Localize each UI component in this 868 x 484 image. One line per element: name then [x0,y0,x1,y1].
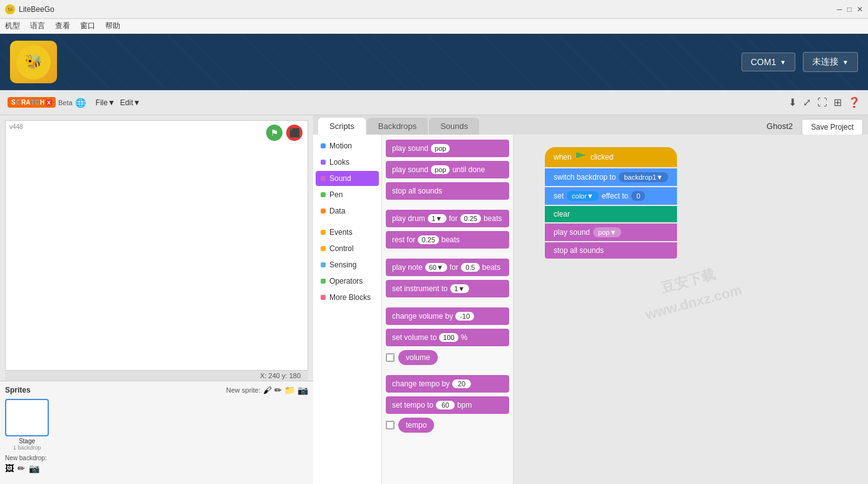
block-note-input2[interactable]: 0.5 [461,263,480,272]
tab-scripts[interactable]: Scripts [318,118,366,135]
script-block-when-clicked[interactable]: when clicked [545,147,677,167]
script-block-clear[interactable]: clear [545,206,677,222]
block-change-tempo[interactable]: change tempo by 20 [386,375,509,393]
layout-icon[interactable]: ⊞ [834,96,842,108]
category-sensing[interactable]: Sensing [316,257,379,272]
backdrop-paint-icon[interactable]: 🖼 [5,463,14,473]
block-tempo-set-input[interactable]: 60 [436,401,455,409]
menu-item-jixing[interactable]: 机型 [5,21,20,31]
port-selector[interactable]: COM1 ▼ [741,53,795,71]
stage-version-label: v448 [9,123,23,130]
block-instrument-input[interactable]: 1▼ [450,284,469,293]
block-set-volume[interactable]: set volume to 100 % [386,329,509,346]
menu-item-chuangkou[interactable]: 窗口 [80,21,95,31]
menu-item-bangzhu[interactable]: 帮助 [105,21,120,31]
app-icon: 🐝 [5,4,15,14]
script-block-set-color-effect[interactable]: set color▼ effect to 0 [545,187,677,205]
tab-sounds[interactable]: Sounds [429,118,479,135]
blocks-panel: Scripts Backdrops Sounds Ghost2 Save Pro… [313,115,868,484]
block-set-tempo[interactable]: set tempo to 60 bpm [386,396,509,414]
logo: 🐝 [10,41,57,83]
backdrop-draw-icon[interactable]: ✏ [18,463,25,473]
category-control[interactable]: Control [316,241,379,256]
script-block-switch-backdrop[interactable]: switch backdrop to backdrop1▼ [545,168,677,186]
block-volume-input[interactable]: -10 [455,312,474,321]
sprites-title: Sprites [5,386,31,394]
category-operators[interactable]: Operators [316,274,379,289]
category-pen[interactable]: Pen [316,187,379,202]
scratch-logo: SCRATCH X Beta 🌐 [8,97,86,108]
script-block-play-sound[interactable]: play sound pop▼ [545,224,677,241]
block-note-input1[interactable]: 60▼ [425,263,447,272]
file-menu[interactable]: File▼ [96,98,115,107]
block-rest-for[interactable]: rest for 0.25 beats [386,231,509,249]
categories-panel: Motion Looks Sound Pen Data [313,135,382,484]
ghost-label: Ghost2 [767,121,793,131]
category-more-blocks[interactable]: More Blocks [316,290,379,305]
block-play-sound[interactable]: play sound pop [386,140,509,157]
help-icon[interactable]: ❓ [848,96,860,108]
block-volume-set-input[interactable]: 100 [439,333,458,342]
win-controls: ─ □ ✕ [837,5,863,14]
category-motion[interactable]: Motion [316,138,379,153]
category-looks[interactable]: Looks [316,155,379,170]
titlebar: 🐝 LiteBeeGo ─ □ ✕ [0,0,868,19]
sprite-item-stage[interactable]: Stage 1 backdrop [5,399,49,451]
app-title: LiteBeeGo [19,5,837,14]
block-play-note[interactable]: play note 60▼ for 0.5 beats [386,259,509,276]
coords-bar: X: 240 y: 180 [5,371,308,381]
sprite-paint-icon[interactable]: 🖌 [263,385,272,395]
block-set-instrument[interactable]: set instrument to 1▼ [386,280,509,297]
category-sound[interactable]: Sound [316,171,379,186]
block-stop-all-sounds[interactable]: stop all sounds [386,182,509,200]
script-block-stop-all-sounds[interactable]: stop all sounds [545,242,677,259]
block-tempo-reporter[interactable]: tempo [386,418,509,433]
block-drum-input2[interactable]: 0.25 [460,214,481,223]
connection-arrow: ▼ [842,59,849,66]
block-play-sound-input[interactable]: pop [431,144,450,153]
stage-panel: v448 ⚑ ⬛ X: 240 y: 180 Sprites New sprit… [0,115,313,484]
resize-icon[interactable]: ⤢ [803,96,811,108]
block-play-drum[interactable]: play drum 1▼ for 0.25 beats [386,210,509,227]
block-rest-input[interactable]: 0.25 [418,235,438,244]
save-project-btn[interactable]: Save Project [802,119,863,135]
tempo-checkbox[interactable] [386,421,395,430]
sprite-grid: Stage 1 backdrop [5,399,308,451]
download-icon[interactable]: ⬇ [788,96,797,108]
sprite-upload-icon[interactable]: 📁 [284,385,295,395]
category-events[interactable]: Events [316,225,379,240]
menu-item-yuyan[interactable]: 语言 [30,21,45,31]
maximize-btn[interactable]: □ [847,5,852,14]
scripts-area: Motion Looks Sound Pen Data [313,135,868,484]
fullscreen-icon[interactable]: ⛶ [817,97,827,108]
minimize-btn[interactable]: ─ [837,5,842,14]
scratch-toolbar: SCRATCH X Beta 🌐 File▼ Edit▼ ⬇ ⤢ ⛶ ⊞ ❓ [0,90,868,115]
category-data[interactable]: Data [316,203,379,219]
menu-item-chakan[interactable]: 查看 [55,21,70,31]
backdrop-icons: 🖼 ✏ 📷 [5,463,308,473]
sprites-panel: Sprites New sprite: 🖌 ✏ 📁 📷 Stage 1 back… [0,381,313,484]
block-play-sound-until-done[interactable]: play sound pop until done [386,161,509,178]
block-change-volume[interactable]: change volume by -10 [386,307,509,325]
close-btn[interactable]: ✕ [857,5,863,14]
block-drum-input1[interactable]: 1▼ [428,214,447,223]
block-tempo-input[interactable]: 20 [452,379,471,388]
blocks-list: play sound pop play sound pop until done… [382,135,514,484]
block-play-sound-until-input[interactable]: pop [431,165,450,174]
menubar: 机型 语言 查看 窗口 帮助 [0,19,868,34]
green-flag-btn[interactable]: ⚑ [266,125,282,141]
connection-btn[interactable]: 未连接 ▼ [803,52,858,72]
stage-controls: ⚑ ⬛ [266,125,302,141]
stop-btn[interactable]: ⬛ [286,125,302,141]
port-arrow: ▼ [780,59,786,66]
tab-backdrops[interactable]: Backdrops [367,118,428,135]
beta-label: Beta [58,99,73,106]
top-toolbar: 🐝 COM1 ▼ 未连接 ▼ [0,34,868,90]
edit-menu[interactable]: Edit▼ [120,98,141,107]
script-content: when clicked switch backdrop to backdrop… [545,147,677,260]
sprite-draw-icon[interactable]: ✏ [274,385,282,395]
block-volume-reporter[interactable]: volume [386,350,509,365]
volume-checkbox[interactable] [386,353,395,362]
sprite-camera-icon[interactable]: 📷 [297,385,308,395]
backdrop-camera-icon[interactable]: 📷 [29,463,39,473]
